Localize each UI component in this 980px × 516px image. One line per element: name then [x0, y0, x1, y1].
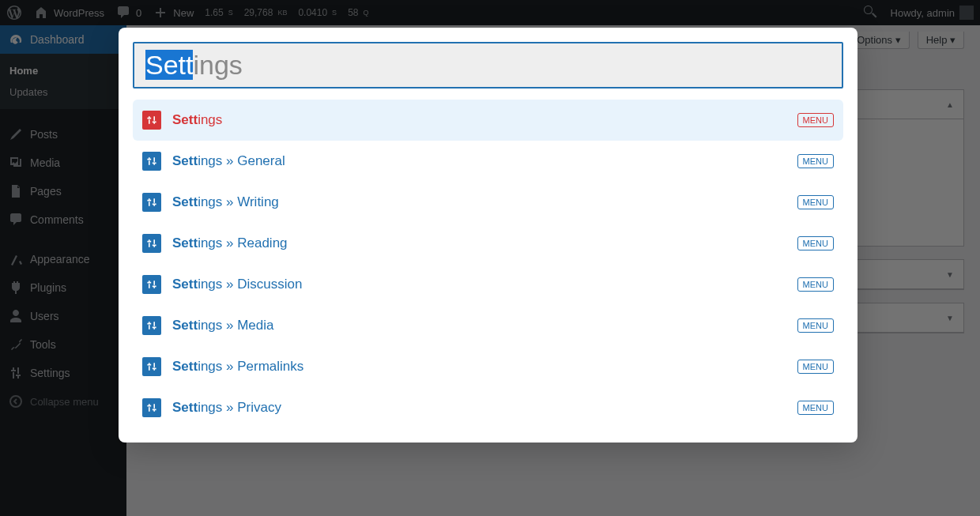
result-item[interactable]: SettingsMENU — [133, 100, 843, 141]
sliders-icon — [142, 316, 161, 335]
result-badge: MENU — [797, 113, 834, 127]
result-title: Settings » Media — [172, 318, 274, 333]
sliders-icon — [142, 152, 161, 171]
command-palette: Settings SettingsMENUSettings » GeneralM… — [119, 28, 858, 443]
result-badge: MENU — [797, 360, 834, 374]
result-badge: MENU — [797, 236, 834, 250]
result-badge: MENU — [797, 195, 834, 209]
sliders-icon — [142, 357, 161, 376]
sliders-icon — [142, 193, 161, 212]
result-item[interactable]: Settings » ReadingMENU — [133, 223, 843, 264]
result-item[interactable]: Settings » WritingMENU — [133, 182, 843, 223]
result-title: Settings » Permalinks — [172, 359, 303, 375]
search-input[interactable]: Settings — [145, 50, 243, 81]
result-badge: MENU — [797, 401, 834, 415]
result-item[interactable]: Settings » DiscussionMENU — [133, 264, 843, 305]
sliders-icon — [142, 111, 161, 130]
result-title: Settings » Discussion — [172, 277, 302, 292]
result-title: Settings » Reading — [172, 235, 288, 251]
result-title: Settings » Privacy — [172, 400, 281, 416]
result-badge: MENU — [797, 318, 834, 333]
result-item[interactable]: Settings » PermalinksMENU — [133, 346, 843, 387]
result-item[interactable]: Settings » GeneralMENU — [133, 141, 843, 182]
result-title: Settings » Writing — [172, 194, 279, 210]
sliders-icon — [142, 398, 161, 417]
result-item[interactable]: Settings » PrivacyMENU — [133, 387, 843, 428]
result-item[interactable]: Settings » MediaMENU — [133, 305, 843, 346]
search-results: SettingsMENUSettings » GeneralMENUSettin… — [133, 100, 843, 428]
sliders-icon — [142, 234, 161, 253]
sliders-icon — [142, 275, 161, 294]
result-title: Settings — [172, 112, 222, 128]
search-input-wrap[interactable]: Settings — [133, 42, 843, 89]
result-title: Settings » General — [172, 153, 285, 169]
result-badge: MENU — [797, 154, 834, 168]
result-badge: MENU — [797, 277, 834, 292]
